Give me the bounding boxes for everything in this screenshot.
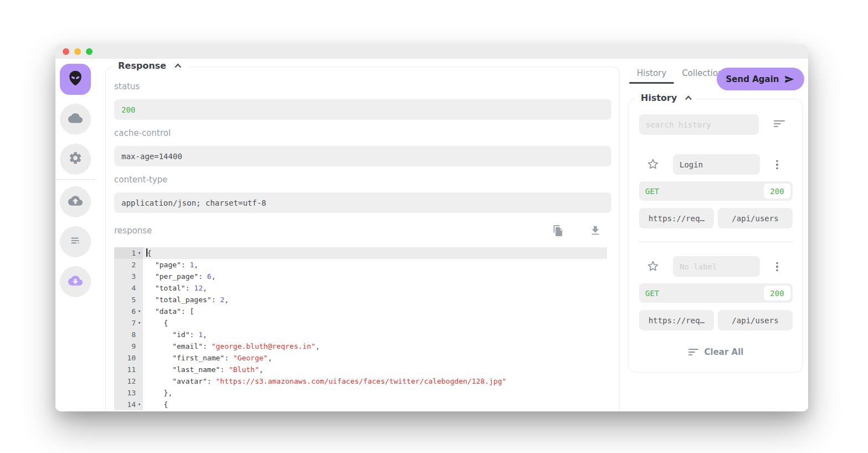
sidebar-item-upload[interactable] [60,186,91,217]
copy-icon[interactable] [552,225,564,237]
send-icon [784,74,795,85]
code-editor[interactable]: 1▾{2 "page": 1,3 "per_page": 6,4 "total"… [114,247,607,410]
clear-all-label: Clear All [704,347,744,357]
status-field-value[interactable]: 200 [114,99,611,120]
fold-toggle-icon: ▾ [136,399,143,410]
history-method-bar[interactable]: GET 200 [639,181,793,201]
app-sidebar [55,59,105,411]
zoom-window-button[interactable] [86,48,93,55]
app-window: Response status 200 cache-control max-ag… [55,44,808,411]
right-panel: History Collections Send Again History [628,59,808,411]
send-again-button-label: Send Again [726,74,779,84]
history-label-input[interactable]: No label [673,256,760,277]
clear-all-button[interactable]: Clear All [639,347,793,357]
history-items: Login GET 200 https://req… /api/users No… [639,154,793,330]
sidebar-item-cloud[interactable] [60,104,91,135]
method-label: GET [645,187,659,196]
download-icon[interactable] [589,225,601,237]
minimize-window-button[interactable] [74,48,81,55]
sidebar-item-download[interactable] [60,266,91,297]
response-panel-header: Response [113,60,187,71]
window-titlebar [55,44,808,59]
history-label-input[interactable]: Login [673,154,760,175]
sidebar-item-home[interactable] [60,64,91,95]
kebab-icon[interactable] [773,260,782,273]
history-method-bar[interactable]: GET 200 [639,283,793,303]
status-badge: 200 [764,286,790,301]
sidebar-item-settings[interactable] [60,144,91,175]
cloud-download-icon [68,273,83,290]
status-field-label: status [114,82,140,91]
url-base-pill[interactable]: https://req… [639,310,714,330]
content-type-field-value[interactable]: application/json; charset=utf-8 [114,192,611,213]
fold-toggle-icon: ▾ [136,317,143,329]
kebab-icon[interactable] [773,158,782,171]
fold-toggle-icon: ▾ [136,247,143,259]
cache-control-field-value[interactable]: max-age=14400 [114,146,611,166]
fold-toggle-icon: ▾ [136,306,143,317]
send-again-button[interactable]: Send Again [717,68,804,90]
tab-history[interactable]: History [629,65,674,84]
url-base-pill[interactable]: https://req… [639,208,714,228]
clear-icon [688,348,699,356]
window-body: Response status 200 cache-control max-ag… [55,59,808,411]
history-item: Login GET 200 https://req… /api/users [639,154,793,228]
sidebar-divider [55,179,95,180]
sidebar-item-logs[interactable] [60,226,91,257]
response-body-label: response [114,226,152,236]
gear-icon [68,151,83,167]
list-icon [68,233,83,250]
sort-icon[interactable] [774,119,786,130]
method-label: GET [645,289,659,298]
response-panel: Response status 200 cache-control max-ag… [105,67,620,411]
content-type-field-label: content-type [114,175,167,185]
url-path-pill[interactable]: /api/users [718,310,793,330]
alien-icon [66,69,85,90]
history-item: No label GET 200 https://req… /api/users [639,256,793,330]
cache-control-field-label: cache-control [114,128,171,138]
url-path-pill[interactable]: /api/users [718,208,793,228]
search-history-input[interactable] [639,114,759,135]
star-icon[interactable] [646,157,660,171]
chevron-up-icon[interactable] [174,63,182,68]
status-badge: 200 [764,184,790,198]
cloud-icon [68,111,83,128]
response-panel-title: Response [118,60,166,71]
cloud-upload-icon [68,194,83,210]
history-section: History Login GET [628,99,803,373]
close-window-button[interactable] [63,48,69,55]
star-icon[interactable] [646,259,660,273]
